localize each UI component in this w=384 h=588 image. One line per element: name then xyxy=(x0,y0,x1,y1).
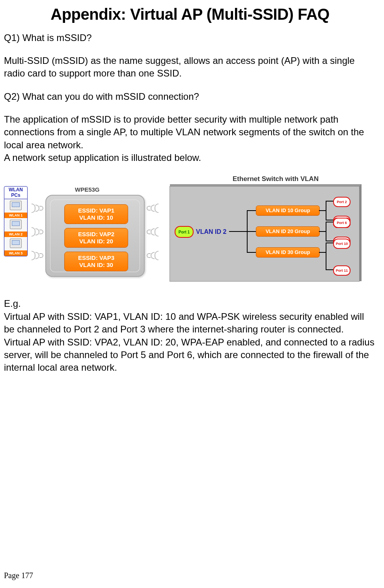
vlan-group-30: VLAN ID 30 Group xyxy=(256,247,320,258)
port-10: Port 10 xyxy=(333,239,350,249)
wlan-pc-2: WLAN 2 xyxy=(4,218,28,237)
ap-model-label: WPE53G xyxy=(75,186,100,193)
wireless-signal-icon xyxy=(147,203,161,212)
answer-2: The application of mSSID is to provide b… xyxy=(4,113,376,164)
vap-3-essid: ESSID: VAP3 xyxy=(65,254,128,261)
computer-icon xyxy=(10,201,22,210)
connector-line xyxy=(326,243,326,270)
connector-line xyxy=(326,222,334,222)
connector-line xyxy=(229,231,247,232)
switch-label: Ethernet Switch with VLAN xyxy=(233,175,319,183)
access-point-box: ESSID: VAP1 VLAN ID: 10 ESSID: VAP2 VLAN… xyxy=(45,195,145,277)
vlan-group-10: VLAN ID 10 Group xyxy=(256,205,320,216)
connector-line xyxy=(326,201,334,202)
vap-1: ESSID: VAP1 VLAN ID: 10 xyxy=(64,204,128,224)
wireless-signal-icon xyxy=(28,250,43,259)
wireless-signal-icon xyxy=(147,250,161,259)
wlan-pc-1-label: WLAN 1 xyxy=(4,213,27,218)
question-1: Q1) What is mSSID? xyxy=(4,32,376,43)
connector-line xyxy=(326,241,334,241)
network-diagram: Ethernet Switch with VLAN WLAN PCs WLAN … xyxy=(4,175,367,286)
connector-line xyxy=(326,222,326,241)
example-heading: E.g. xyxy=(4,297,376,310)
port-11: Port 11 xyxy=(333,265,350,276)
connector-line xyxy=(319,252,326,253)
question-2: Q2) What can you do with mSSID connectio… xyxy=(4,91,376,102)
ethernet-switch-box: Port 1 VLAN ID 2 VLAN ID 10 Group VLAN I… xyxy=(170,186,360,282)
vap-1-vlan: VLAN ID: 10 xyxy=(65,214,128,221)
vap-1-essid: ESSID: VAP1 xyxy=(65,207,128,214)
wlan-pc-2-label: WLAN 2 xyxy=(4,231,27,237)
vap-3: ESSID: VAP3 VLAN ID: 30 xyxy=(64,252,128,271)
wireless-signal-icon xyxy=(28,203,43,212)
wlan-pc-3-label: WLAN 3 xyxy=(4,250,27,256)
answer-1: Multi-SSID (mSSID) as the name suggest, … xyxy=(4,54,376,80)
port-6-visible: Port 6 xyxy=(333,218,350,228)
wlan-pc-1: WLAN 1 xyxy=(4,199,28,218)
vap-2: ESSID: VAP2 VLAN ID: 20 xyxy=(64,228,128,248)
wlan-pcs-header: WLAN PCs xyxy=(4,186,28,199)
vlan-group-20: VLAN ID 20 Group xyxy=(256,226,320,237)
vlan-id-2-label: VLAN ID 2 xyxy=(196,228,226,235)
wireless-signal-icon xyxy=(28,226,43,236)
document-page: Appendix: Virtual AP (Multi-SSID) FAQ Q1… xyxy=(0,0,384,588)
wlan-pc-3: WLAN 3 xyxy=(4,237,28,256)
connector-line xyxy=(247,210,256,211)
wlan-pcs-column: WLAN PCs WLAN 1 WLAN 2 WLAN 3 xyxy=(4,186,28,256)
page-title: Appendix: Virtual AP (Multi-SSID) FAQ xyxy=(4,4,376,24)
example-paragraph-1: Virtual AP with SSID: VAP1, VLAN ID: 10 … xyxy=(4,310,376,336)
port-1-wrap: Port 1 VLAN ID 2 xyxy=(175,226,226,238)
vap-3-vlan: VLAN ID: 30 xyxy=(65,261,128,269)
wireless-signal-icon xyxy=(147,226,161,236)
connector-line xyxy=(326,269,334,270)
port-2: Port 2 xyxy=(333,197,350,207)
example-paragraph-2: Virtual AP with SSID: VPA2, VLAN ID: 20,… xyxy=(4,336,376,374)
computer-icon xyxy=(10,220,22,229)
vap-2-essid: ESSID: VAP2 xyxy=(65,231,128,238)
connector-line xyxy=(326,243,334,243)
connector-line xyxy=(247,252,256,253)
connector-line xyxy=(326,220,334,220)
connector-line xyxy=(319,210,326,211)
connector-line xyxy=(319,231,326,232)
page-number: Page 177 xyxy=(4,571,33,580)
connector-line xyxy=(326,201,326,220)
vap-2-vlan: VLAN ID: 20 xyxy=(65,238,128,245)
computer-icon xyxy=(10,239,22,248)
connector-line xyxy=(247,231,256,232)
port-1: Port 1 xyxy=(175,226,194,238)
